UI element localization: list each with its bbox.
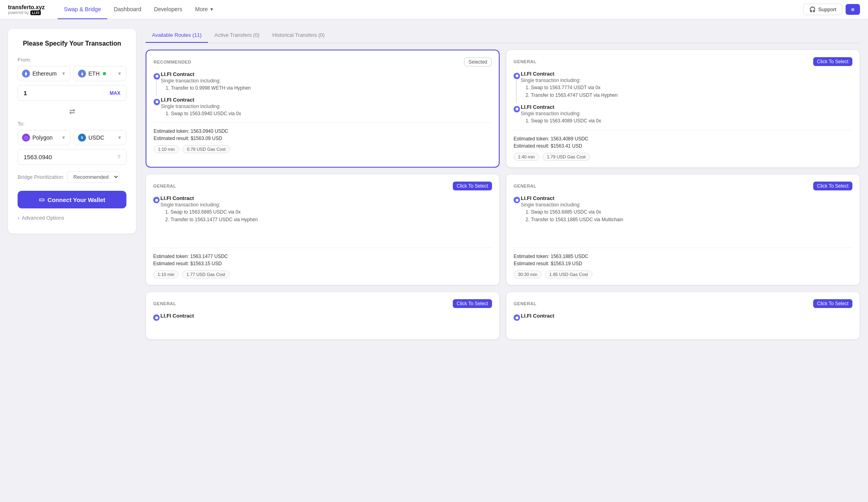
routes-grid: RECOMMENDED Selected LI.FI Contract Sing… [146, 50, 860, 340]
time-tag-2: 1:40 min [514, 153, 539, 161]
contract-desc-5: Single transaction including: [160, 201, 492, 208]
contract-desc-3: Single transaction including: [521, 77, 852, 84]
tags-row-4: 30:30 min 1.85 USD Gas Cost [514, 270, 852, 278]
gas-tag-2: 1.79 USD Gas Cost [542, 153, 590, 161]
card-header-3: GENERAL Click To Select [153, 182, 492, 190]
output-amount-row: 1563.0940 ? [18, 149, 126, 165]
contract-steps-1: 1. Transfer to 0.9998 WETH via Hyphen [161, 84, 492, 92]
card-type-6: GENERAL [514, 301, 536, 306]
contract-desc-1: Single transaction including: [161, 77, 492, 84]
from-chain-dropdown[interactable]: ⧫ Ethereum ▼ [18, 66, 70, 81]
estimated-token-2: Estimated token: 1563.4089 USDC [514, 135, 852, 142]
card-footer-4: Estimated token: 1563.1885 USDC Estimate… [514, 253, 852, 278]
nav-dashboard[interactable]: Dashboard [107, 0, 148, 19]
tab-historical-transfers[interactable]: Historical Transfers (0) [266, 29, 331, 43]
support-button[interactable]: 🎧 Support [803, 4, 842, 15]
help-icon[interactable]: ? [117, 154, 120, 160]
header-right: 🎧 Support [803, 4, 860, 15]
tab-available-routes[interactable]: Available Routes (11) [146, 29, 208, 43]
from-token-dropdown[interactable]: ⧫ ETH ▼ [74, 66, 126, 81]
contract-steps-4: 1. Swap to 1563.4089 USDC via 0x [521, 117, 852, 125]
card-header-5: GENERAL Click To Select [153, 299, 492, 308]
contract-block-2: LI.FI Contract Single transaction includ… [154, 97, 492, 118]
eth-token-icon: ⧫ [78, 70, 86, 78]
card-header-1: RECOMMENDED Selected [154, 58, 492, 66]
gas-tag-3: 1.77 USD Gas Cost [182, 270, 230, 278]
lifi-dot-7 [153, 314, 160, 321]
contract-name-7: LI.FI Contract [160, 313, 492, 319]
time-tag-1: 1:10 min [154, 145, 179, 153]
connector-1 [156, 79, 157, 96]
estimated-token-4: Estimated token: 1563.1885 USDC [514, 253, 852, 260]
contract-desc-6: Single transaction including: [521, 201, 852, 208]
click-select-button-5[interactable]: Click To Select [453, 299, 492, 308]
click-select-button-4[interactable]: Click To Select [813, 182, 852, 190]
card-header-6: GENERAL Click To Select [514, 299, 852, 308]
lifi-badge: LI.FI [30, 10, 41, 15]
lifi-dot-8 [514, 314, 520, 321]
lifi-dot-5 [153, 196, 160, 204]
click-select-button-2[interactable]: Click To Select [813, 57, 852, 66]
nav-more[interactable]: More ▼ [189, 0, 220, 19]
click-select-button-3[interactable]: Click To Select [453, 182, 492, 190]
tags-row-2: 1:40 min 1.79 USD Gas Cost [514, 153, 852, 161]
contract-name-6: LI.FI Contract [521, 195, 852, 201]
contract-block-3: LI.FI Contract Single transaction includ… [514, 71, 852, 99]
connect-chain-button[interactable] [846, 4, 860, 15]
output-amount: 1563.0940 [24, 154, 52, 160]
estimated-token-3: Estimated token: 1563.1477 USDC [153, 253, 492, 260]
card-footer-2: Estimated token: 1563.4089 USDC Estimate… [514, 135, 852, 161]
headset-icon: 🎧 [809, 6, 816, 12]
nav-swap-bridge[interactable]: Swap & Bridge [58, 0, 108, 19]
connect-wallet-button[interactable]: ▭ Connect Your Wallet [18, 191, 126, 208]
card-type-1: RECOMMENDED [154, 60, 191, 64]
contract-block-6: LI.FI Contract Single transaction includ… [514, 195, 852, 224]
max-button[interactable]: MAX [110, 90, 120, 96]
advanced-options[interactable]: › Advanced Options [18, 213, 126, 222]
estimated-result-3: Estimated result: $1563.15 USD [153, 260, 492, 267]
estimated-result-2: Estimated result: $1563.41 USD [514, 142, 852, 150]
route-card-4: GENERAL Click To Select LI.FI Contract S… [506, 174, 860, 285]
contract-steps-3: 1. Swap to 1563.7774 USDT via 0x 2. Tran… [521, 84, 852, 99]
bridge-row: Bridge Prioritization: Recommended [18, 171, 126, 183]
lifi-dot-6 [514, 196, 520, 204]
click-select-button-6[interactable]: Click To Select [813, 299, 852, 308]
logo-area: transferto.xyz powered by LI.FI [8, 4, 45, 15]
nav-developers[interactable]: Developers [148, 0, 189, 19]
contract-steps-5: 1. Swap to 1563.6885 USDC via 0x 2. Tran… [160, 208, 492, 224]
from-dropdowns: ⧫ Ethereum ▼ ⧫ ETH ▼ [18, 66, 126, 81]
card-footer-1: Estimated token: 1563.0940 USDC Estimate… [154, 128, 492, 153]
connector-3 [516, 79, 517, 103]
nav: Swap & Bridge Dashboard Developers More … [58, 0, 804, 19]
to-chain-dropdown[interactable]: ⬡ Polygon ▼ [18, 130, 70, 145]
logo-title: transferto.xyz [8, 4, 45, 10]
contract-block-8: LI.FI Contract [514, 313, 852, 319]
bridge-select[interactable]: Recommended [67, 171, 120, 183]
polygon-icon: ⬡ [22, 134, 30, 142]
amount-input[interactable] [24, 90, 110, 96]
contract-name-1: LI.FI Contract [161, 71, 492, 77]
lifi-dot-4 [514, 105, 520, 112]
tags-row-3: 1:10 min 1.77 USD Gas Cost [153, 270, 492, 278]
card-footer-3: Estimated token: 1563.1477 USDC Estimate… [153, 253, 492, 278]
contract-desc-2: Single transaction including: [161, 103, 492, 110]
routes-panel: Available Routes (11) Active Transfers (… [146, 29, 860, 492]
header: transferto.xyz powered by LI.FI Swap & B… [0, 0, 868, 19]
contract-block-1: LI.FI Contract Single transaction includ… [154, 71, 492, 92]
selected-badge: Selected [464, 58, 492, 66]
contract-name-8: LI.FI Contract [521, 313, 852, 319]
swap-arrow[interactable]: ⇄ [18, 107, 126, 116]
tabs-row: Available Routes (11) Active Transfers (… [146, 29, 860, 43]
route-card-5: GENERAL Click To Select LI.FI Contract [146, 292, 500, 340]
estimated-result-1: Estimated result: $1563.09 USD [154, 135, 492, 142]
wallet-icon: ▭ [39, 196, 44, 203]
route-card-recommended: RECOMMENDED Selected LI.FI Contract Sing… [146, 50, 500, 168]
estimated-result-4: Estimated result: $1563.19 USD [514, 260, 852, 267]
bridge-label: Bridge Prioritization: [18, 174, 64, 180]
ethereum-icon: ⧫ [22, 70, 30, 78]
to-dropdowns: ⬡ Polygon ▼ $ USDC ▼ [18, 130, 126, 145]
time-tag-4: 30:30 min [514, 270, 542, 278]
tab-active-transfers[interactable]: Active Transfers (0) [208, 29, 266, 43]
transaction-panel: Please Specify Your Transaction From: ⧫ … [8, 29, 136, 234]
to-token-dropdown[interactable]: $ USDC ▼ [74, 130, 126, 145]
